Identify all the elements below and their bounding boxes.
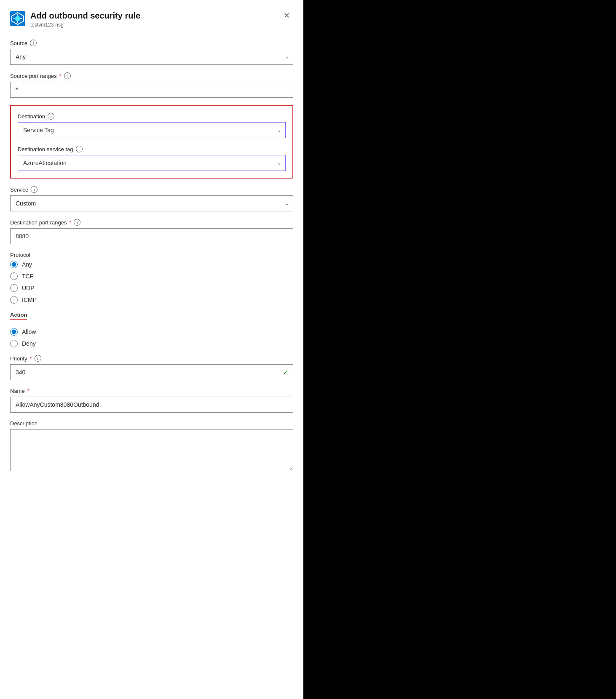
action-label: Action bbox=[10, 312, 27, 320]
name-input[interactable] bbox=[10, 397, 293, 413]
service-select[interactable]: Custom HTTP HTTPS RDP SSH bbox=[10, 195, 293, 211]
action-deny-label: Deny bbox=[22, 340, 36, 347]
source-port-ranges-label: Source port ranges * i bbox=[10, 72, 293, 79]
service-label: Service i bbox=[10, 186, 293, 193]
priority-input-wrapper: ✓ bbox=[10, 364, 293, 380]
destination-port-ranges-group: Destination port ranges * i bbox=[10, 219, 293, 244]
destination-select[interactable]: Any Service Tag IP Addresses My IP addre… bbox=[18, 122, 286, 138]
destination-port-ranges-input[interactable] bbox=[10, 228, 293, 244]
dest-port-required-star: * bbox=[69, 219, 71, 226]
action-deny-radio[interactable] bbox=[10, 340, 18, 347]
source-port-info-icon[interactable]: i bbox=[64, 72, 71, 79]
action-allow-option[interactable]: Allow bbox=[10, 328, 293, 336]
description-group: Description bbox=[10, 420, 293, 472]
destination-info-icon[interactable]: i bbox=[48, 113, 54, 120]
source-group: Source i Any IP Addresses Service Tag My… bbox=[10, 40, 293, 65]
protocol-any-radio[interactable] bbox=[10, 261, 18, 268]
destination-select-wrapper: Any Service Tag IP Addresses My IP addre… bbox=[18, 122, 286, 138]
protocol-label: Protocol bbox=[10, 252, 293, 258]
destination-service-tag-select[interactable]: AzureAttestation Internet VirtualNetwork… bbox=[18, 155, 286, 171]
protocol-udp-option[interactable]: UDP bbox=[10, 284, 293, 292]
source-select-wrapper: Any IP Addresses Service Tag My IP addre… bbox=[10, 49, 293, 65]
description-textarea[interactable] bbox=[10, 429, 293, 471]
panel-title-area: Add outbound security rule testvm123-nsg bbox=[10, 10, 140, 28]
protocol-icmp-option[interactable]: ICMP bbox=[10, 296, 293, 304]
name-label: Name * bbox=[10, 388, 293, 394]
destination-label: Destination i bbox=[18, 113, 286, 120]
protocol-any-option[interactable]: Any bbox=[10, 261, 293, 268]
protocol-udp-label: UDP bbox=[22, 285, 35, 291]
name-required-star: * bbox=[27, 388, 29, 394]
description-label: Description bbox=[10, 420, 293, 427]
dest-port-info-icon[interactable]: i bbox=[74, 219, 80, 226]
source-port-required-star: * bbox=[59, 73, 62, 79]
priority-group: Priority * i ✓ bbox=[10, 355, 293, 380]
priority-required-star: * bbox=[29, 355, 32, 362]
svg-point-2 bbox=[15, 16, 20, 21]
protocol-udp-radio[interactable] bbox=[10, 284, 18, 292]
protocol-icmp-radio[interactable] bbox=[10, 296, 18, 304]
action-deny-option[interactable]: Deny bbox=[10, 340, 293, 347]
action-allow-radio[interactable] bbox=[10, 328, 18, 336]
service-group: Service i Custom HTTP HTTPS RDP SSH ⌄ bbox=[10, 186, 293, 211]
priority-input[interactable] bbox=[10, 364, 293, 380]
destination-port-ranges-label: Destination port ranges * i bbox=[10, 219, 293, 226]
panel-title: Add outbound security rule bbox=[30, 10, 140, 21]
destination-service-tag-select-wrapper: AzureAttestation Internet VirtualNetwork… bbox=[18, 155, 286, 171]
source-label: Source i bbox=[10, 40, 293, 46]
source-select[interactable]: Any IP Addresses Service Tag My IP addre… bbox=[10, 49, 293, 65]
source-port-ranges-group: Source port ranges * i bbox=[10, 72, 293, 98]
priority-label: Priority * i bbox=[10, 355, 293, 362]
protocol-tcp-radio[interactable] bbox=[10, 272, 18, 280]
name-group: Name * bbox=[10, 388, 293, 413]
source-info-icon[interactable]: i bbox=[30, 40, 37, 46]
protocol-group: Protocol Any TCP UDP ICMP bbox=[10, 252, 293, 304]
destination-service-tag-info-icon[interactable]: i bbox=[76, 146, 83, 152]
panel: Add outbound security rule testvm123-nsg… bbox=[0, 0, 303, 699]
panel-header: Add outbound security rule testvm123-nsg… bbox=[10, 10, 293, 28]
destination-service-tag-label: Destination service tag i bbox=[18, 146, 286, 152]
protocol-icmp-label: ICMP bbox=[22, 296, 37, 303]
protocol-tcp-label: TCP bbox=[22, 273, 34, 280]
close-button[interactable]: ✕ bbox=[280, 10, 293, 21]
action-allow-label: Allow bbox=[22, 328, 36, 335]
destination-section: Destination i Any Service Tag IP Address… bbox=[10, 105, 293, 179]
service-info-icon[interactable]: i bbox=[31, 186, 37, 193]
service-select-wrapper: Custom HTTP HTTPS RDP SSH ⌄ bbox=[10, 195, 293, 211]
destination-group: Destination i Any Service Tag IP Address… bbox=[18, 113, 286, 138]
priority-check-icon: ✓ bbox=[283, 368, 288, 376]
protocol-tcp-option[interactable]: TCP bbox=[10, 272, 293, 280]
source-port-ranges-input[interactable] bbox=[10, 82, 293, 98]
panel-subtitle: testvm123-nsg bbox=[30, 22, 140, 28]
action-section: Action Allow Deny bbox=[10, 311, 293, 347]
protocol-any-label: Any bbox=[22, 261, 32, 268]
azure-nsg-icon bbox=[10, 11, 25, 26]
priority-info-icon[interactable]: i bbox=[35, 355, 41, 362]
destination-service-tag-group: Destination service tag i AzureAttestati… bbox=[18, 146, 286, 171]
title-text: Add outbound security rule testvm123-nsg bbox=[30, 10, 140, 28]
